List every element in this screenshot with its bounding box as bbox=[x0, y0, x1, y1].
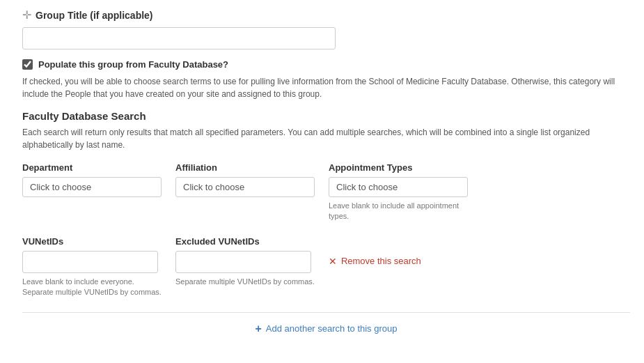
add-search-plus-icon: + bbox=[256, 323, 262, 335]
faculty-db-search-heading: Faculty Database Search bbox=[22, 110, 630, 122]
excluded-vunetids-field-group: Excluded VUNetIDs Separate multiple VUNe… bbox=[175, 236, 315, 287]
department-label: Department bbox=[22, 162, 162, 173]
drag-handle[interactable]: ✛ bbox=[22, 8, 31, 22]
affiliation-label: Affiliation bbox=[175, 162, 315, 173]
appointment-types-hint: Leave blank to include all appointment t… bbox=[329, 201, 468, 222]
add-search-button[interactable]: + Add another search to this group bbox=[256, 323, 398, 335]
vunetids-hint: Leave blank to include everyone. Separat… bbox=[22, 277, 162, 298]
remove-search-button[interactable]: ✕ Remove this search bbox=[329, 256, 421, 267]
affiliation-field-group: Affiliation Click to choose bbox=[175, 162, 315, 197]
populate-from-faculty-label: Populate this group from Faculty Databas… bbox=[38, 59, 228, 70]
add-search-label: Add another search to this group bbox=[266, 323, 398, 334]
remove-search-label: Remove this search bbox=[341, 256, 421, 266]
faculty-db-checkbox-description: If checked, you will be able to choose s… bbox=[22, 75, 628, 100]
appointment-types-label: Appointment Types bbox=[329, 162, 468, 173]
remove-x-icon: ✕ bbox=[329, 256, 337, 267]
affiliation-dropdown[interactable]: Click to choose bbox=[175, 177, 315, 197]
excluded-vunetids-hint: Separate multiple VUNetIDs by commas. bbox=[175, 277, 315, 287]
department-dropdown[interactable]: Click to choose bbox=[22, 177, 162, 197]
appointment-types-field-group: Appointment Types Click to choose Leave … bbox=[329, 162, 468, 222]
populate-from-faculty-checkbox[interactable] bbox=[22, 59, 33, 70]
group-title-heading: Group Title (if applicable) bbox=[36, 10, 153, 21]
faculty-db-search-description: Each search will return only results tha… bbox=[22, 126, 628, 151]
vunetids-field-group: VUNetIDs Leave blank to include everyone… bbox=[22, 236, 162, 298]
department-field-group: Department Click to choose bbox=[22, 162, 162, 197]
vunetids-input[interactable] bbox=[22, 251, 158, 273]
group-title-input[interactable] bbox=[22, 27, 336, 49]
remove-search-col: ✕ Remove this search bbox=[329, 236, 421, 267]
excluded-vunetids-input[interactable] bbox=[175, 251, 311, 273]
excluded-vunetids-label: Excluded VUNetIDs bbox=[175, 236, 315, 247]
appointment-types-dropdown[interactable]: Click to choose bbox=[329, 177, 468, 197]
vunetids-label: VUNetIDs bbox=[22, 236, 162, 247]
